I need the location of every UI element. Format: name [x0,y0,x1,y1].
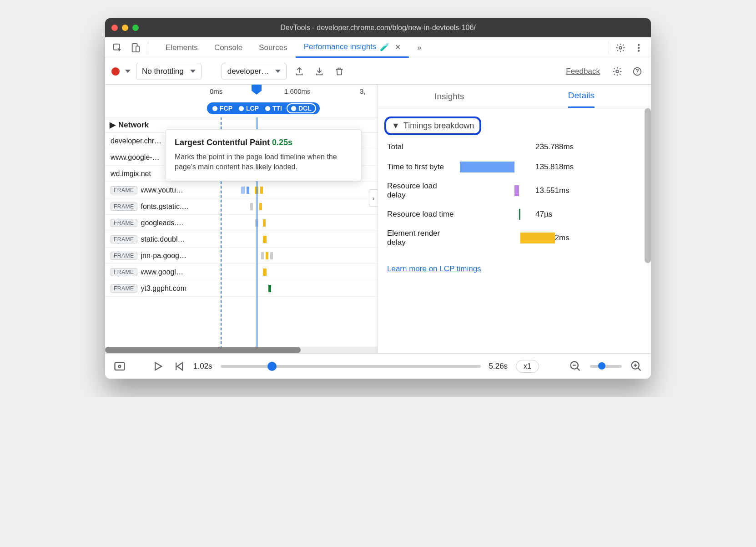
network-bars [232,198,378,214]
feedback-link[interactable]: Feedback [566,67,600,76]
speed-button[interactable]: x1 [516,360,539,373]
fcp-pill[interactable]: FCP [211,105,234,112]
network-row[interactable]: FRAMEjnn-pa.goog… [105,248,378,264]
tab-sources[interactable]: Sources [251,37,295,58]
learn-more-link[interactable]: Learn more on LCP timings [387,264,651,274]
titlebar: DevTools - developer.chrome.com/blog/new… [105,18,651,37]
svg-point-7 [616,70,619,73]
timing-label: Time to first byte [387,162,455,172]
network-host: googleads.… [141,219,232,227]
window-title: DevTools - developer.chrome.com/blog/new… [105,24,651,32]
network-bars [232,248,378,263]
rewind-icon[interactable] [172,360,185,373]
tab-details[interactable]: Details [568,85,595,108]
device-toolbar-icon[interactable] [128,40,143,56]
import-icon[interactable] [312,64,327,79]
frame-badge: FRAME [111,252,137,260]
panel-settings-icon[interactable] [610,64,625,79]
network-row[interactable]: FRAMEstatic.doubl… [105,231,378,248]
tab-performance-insights[interactable]: Performance insights 🧪 ✕ [296,37,409,58]
preview-toggle-icon[interactable] [113,360,126,373]
caret-down-icon: ▼ [392,121,400,131]
timing-label: Resource load time [387,210,455,219]
tab-insights[interactable]: Insights [434,85,464,108]
timing-bar [520,233,555,243]
help-icon[interactable] [630,64,645,79]
frame-badge: FRAME [111,219,137,227]
timing-bar-track [460,185,528,196]
minimize-window-button[interactable] [122,25,128,31]
tooltip-description: Marks the point in the page load timelin… [175,152,352,172]
close-tab-icon[interactable]: ✕ [395,43,401,51]
tab-label: Console [214,43,242,52]
chevron-right-double-icon: » [417,43,421,52]
devtools-window: DevTools - developer.chrome.com/blog/new… [105,18,651,379]
zoom-in-icon[interactable] [630,360,643,373]
network-row[interactable]: FRAMEwww.googl… [105,264,378,280]
svg-point-5 [638,47,640,48]
current-time: 1.02s [193,362,212,371]
pane-expand-button[interactable]: › [369,189,378,207]
timing-bar-track [460,233,528,243]
separator [608,41,608,54]
timing-bar [514,185,519,196]
caret-right-icon: ▶ [110,120,116,130]
page-select[interactable]: developer… [222,63,287,80]
record-button[interactable] [111,67,120,76]
traffic-lights [111,25,139,31]
details-pane: Insights Details ▼ Timings breakdown Tot… [378,85,651,353]
timing-label: Total [387,142,455,152]
close-window-button[interactable] [111,25,118,31]
timing-bar [460,162,514,172]
timing-row: Element render delay86.372ms [387,229,642,247]
horizontal-scrollbar[interactable] [105,347,378,353]
time-slider[interactable] [221,365,481,368]
playhead-marker[interactable] [252,85,262,95]
network-bars [232,182,378,198]
timing-value: 135.818ms [535,162,574,172]
tab-label: Elements [166,43,198,52]
maximize-window-button[interactable] [132,25,139,31]
lcp-pill[interactable]: LCP [237,105,261,112]
timeline-ruler[interactable]: 0ms 1,600ms 3, FCP LCP TTI DCL [105,85,378,117]
timings-breakdown-header[interactable]: ▼ Timings breakdown [384,116,481,135]
tti-pill[interactable]: TTI [263,105,284,112]
network-row[interactable]: FRAMEfonts.gstatic.… [105,198,378,215]
svg-rect-2 [136,46,139,52]
frame-badge: FRAME [111,235,137,243]
throttling-value: No throttling [142,67,184,76]
zoom-out-icon[interactable] [569,360,582,373]
record-dropdown-icon[interactable] [125,70,131,73]
tab-elements[interactable]: Elements [157,37,206,58]
timing-value: 13.551ms [535,186,570,195]
kebab-menu-icon[interactable] [631,40,646,56]
settings-gear-icon[interactable] [613,40,628,56]
record-dot-icon [111,67,120,76]
tab-console[interactable]: Console [206,37,251,58]
network-host: jnn-pa.goog… [141,252,232,260]
timing-label: Resource load delay [387,182,455,200]
delete-icon[interactable] [332,64,347,79]
playback-footer: 1.02s 5.26s x1 [105,353,651,379]
network-row[interactable]: FRAMEgoogleads.… [105,215,378,231]
network-row[interactable]: FRAMEyt3.ggpht.com [105,280,378,297]
page-select-value: developer… [227,67,269,76]
network-header-label: Network [118,121,149,130]
vertical-scrollbar[interactable] [645,108,651,353]
breakdown-title: Timings breakdown [403,121,474,131]
dcl-pill[interactable]: DCL [287,103,316,113]
frame-badge: FRAME [111,186,137,194]
timing-row: Total235.788ms [387,142,642,152]
frame-badge: FRAME [111,284,137,293]
play-icon[interactable] [151,360,164,373]
lcp-tooltip: Largest Contentful Paint 0.25s Marks the… [165,129,362,181]
zoom-slider[interactable] [590,365,622,368]
network-host: www.googl… [141,268,232,276]
inspect-element-icon[interactable] [110,40,125,56]
more-tabs-button[interactable]: » [409,37,429,58]
throttling-select[interactable]: No throttling [136,63,202,80]
metric-pills: FCP LCP TTI DCL [207,102,320,114]
network-row[interactable]: FRAMEwww.youtu… [105,182,378,198]
tab-label: Performance insights [304,42,377,51]
export-icon[interactable] [292,64,307,79]
